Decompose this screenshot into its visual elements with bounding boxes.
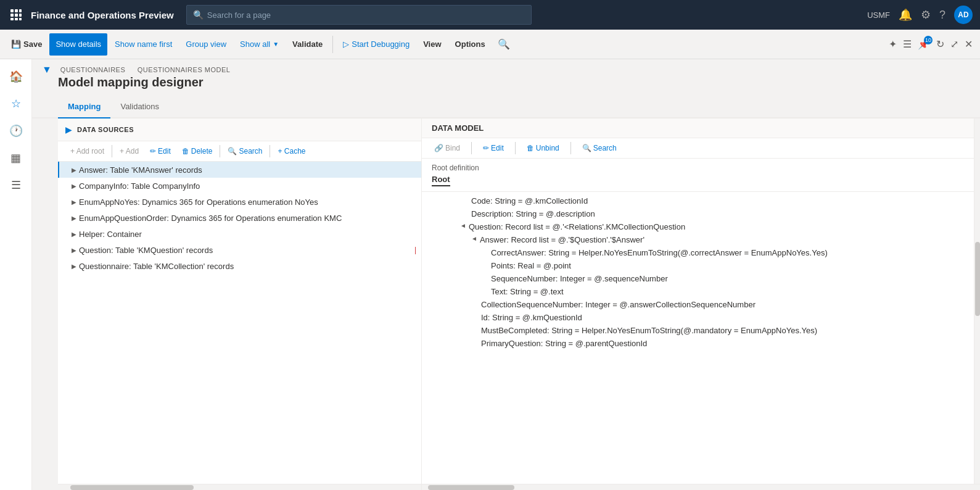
- add-root-button[interactable]: + Add root: [65, 145, 109, 157]
- search-icon: 🔍: [228, 147, 237, 156]
- data-model-toolbar: 🔗 Bind ✏ Edit 🗑 Unbind �: [422, 138, 980, 159]
- search-button[interactable]: 🔍 Search: [223, 145, 267, 157]
- grid-menu-icon[interactable]: [7, 6, 25, 23]
- sidebar-item-recent[interactable]: 🕐: [4, 118, 28, 143]
- delete-icon: 🗑: [182, 147, 189, 156]
- unbind-icon: 🗑: [527, 144, 534, 152]
- model-tree: Code: String = @.kmCollectionId Descript…: [422, 192, 980, 484]
- left-scroll-thumb[interactable]: [70, 485, 194, 490]
- model-item-text: Text: String = @.text: [422, 285, 980, 298]
- settings-icon[interactable]: ⚙: [921, 8, 931, 22]
- data-model-header: DATA MODEL: [422, 118, 980, 138]
- tree-toggle-companyinfo[interactable]: ▶: [69, 181, 79, 191]
- data-sources-pane: ▶ DATA SOURCES + Add root + Add ✏ Edit: [58, 118, 422, 490]
- show-name-first-button[interactable]: Show name first: [109, 33, 178, 56]
- expand-icon[interactable]: ⤢: [948, 36, 961, 52]
- tree-toggle-enumappnoyes[interactable]: ▶: [69, 197, 79, 207]
- model-item-answer[interactable]: ◄ Answer: Record list = @.'$Question'.'$…: [422, 233, 980, 246]
- top-navigation: Finance and Operations Preview 🔍 USMF 🔔 …: [0, 0, 980, 30]
- sidebar-item-modules[interactable]: ☰: [4, 173, 28, 197]
- search-bar[interactable]: 🔍: [186, 5, 532, 25]
- link-icon: 🔗: [434, 144, 443, 152]
- close-icon[interactable]: ✕: [962, 36, 975, 52]
- group-view-button[interactable]: Group view: [179, 33, 233, 56]
- tree-toggle-questionnaire[interactable]: ▶: [69, 261, 79, 271]
- tab-mapping[interactable]: Mapping: [58, 97, 110, 118]
- search-icon: 🔍: [582, 144, 591, 152]
- help-icon[interactable]: ?: [939, 9, 945, 22]
- notification-icon[interactable]: 🔔: [899, 8, 912, 22]
- toolbar-separator-1: [332, 36, 333, 53]
- delete-button[interactable]: 🗑 Delete: [177, 145, 218, 157]
- save-icon: 💾: [11, 39, 21, 49]
- svg-rect-4: [15, 14, 18, 17]
- top-nav-right: USMF 🔔 ⚙ ? AD: [532, 6, 973, 24]
- avatar[interactable]: AD: [954, 6, 973, 24]
- edit-icon: ✏: [483, 144, 489, 152]
- model-search-button[interactable]: 🔍 Search: [577, 142, 622, 154]
- save-button[interactable]: 💾 Save: [5, 33, 48, 56]
- tree-item-helper[interactable]: ▶ Helper: Container: [58, 226, 421, 242]
- svg-rect-1: [15, 9, 18, 12]
- model-item-correct-answer: CorrectAnswer: String = Helper.NoYesEnum…: [422, 246, 980, 259]
- tree-item-answer[interactable]: ▶ Answer: Table 'KMAnswer' records: [58, 162, 421, 178]
- data-sources-header: ▶ DATA SOURCES: [58, 118, 421, 141]
- answer-expand-icon[interactable]: ◄: [471, 235, 477, 242]
- refresh-icon[interactable]: ↻: [934, 36, 947, 52]
- right-v-scroll-thumb[interactable]: [975, 242, 980, 316]
- app-title: Finance and Operations Preview: [31, 10, 174, 20]
- edit-button[interactable]: ✏ Edit: [145, 145, 176, 157]
- tree-toggle-answer[interactable]: ▶: [69, 165, 79, 175]
- options-button[interactable]: Options: [449, 33, 492, 56]
- model-item-sequence-number: SequenceNumber: Integer = @.sequenceNumb…: [422, 272, 980, 285]
- model-item-collection-seq: CollectionSequenceNumber: Integer = @.an…: [422, 298, 980, 311]
- root-label: Root: [432, 175, 450, 186]
- right-sep-2: [515, 142, 516, 154]
- question-expand-icon[interactable]: ◄: [460, 222, 466, 229]
- sidebar-toggle-icon[interactable]: ☰: [900, 36, 914, 52]
- tree-item-questionnaire[interactable]: ▶ Questionnaire: Table 'KMCollection' re…: [58, 258, 421, 274]
- unbind-button[interactable]: 🗑 Unbind: [522, 142, 564, 154]
- sidebar-item-favorites[interactable]: ☆: [4, 91, 28, 116]
- svg-rect-5: [19, 14, 22, 17]
- search-icon: 🔍: [193, 10, 204, 20]
- model-edit-button[interactable]: ✏ Edit: [478, 142, 509, 154]
- svg-rect-7: [15, 18, 18, 20]
- notifications-badge-icon[interactable]: 📌 10: [915, 36, 933, 52]
- tree-toggle-enumappquestionorder[interactable]: ▶: [69, 213, 79, 223]
- data-sources-toolbar: + Add root + Add ✏ Edit 🗑 Delete: [58, 141, 421, 162]
- show-details-button[interactable]: Show details: [49, 33, 107, 56]
- split-pane: ▶ DATA SOURCES + Add root + Add ✏ Edit: [58, 118, 980, 490]
- sidebar-item-home[interactable]: 🏠: [4, 64, 28, 89]
- right-scroll-thumb[interactable]: [428, 485, 514, 490]
- tree-item-companyinfo[interactable]: ▶ CompanyInfo: Table CompanyInfo: [58, 178, 421, 194]
- left-sidebar: 🏠 ☆ 🕐 ▦ ☰: [0, 59, 32, 490]
- tree-item-question[interactable]: ▶ Question: Table 'KMQuestion' records |: [58, 242, 421, 258]
- model-item-id: Id: String = @.kmQuestionId: [422, 311, 980, 324]
- edit-icon: ✏: [150, 147, 156, 156]
- tree-toggle-question[interactable]: ▶: [69, 245, 79, 255]
- tree-item-enumappquestionorder[interactable]: ▶ EnumAppQuestionOrder: Dynamics 365 for…: [58, 210, 421, 226]
- tree-item-enumappnoyes[interactable]: ▶ EnumAppNoYes: Dynamics 365 for Operati…: [58, 194, 421, 210]
- model-item-question[interactable]: ◄ Question: Record list = @.'<Relations'…: [422, 220, 980, 233]
- left-pane-scrollbar-h[interactable]: [58, 484, 421, 490]
- sidebar-item-workspaces[interactable]: ▦: [4, 146, 28, 170]
- filter-icon[interactable]: ▼: [42, 64, 52, 75]
- add-button[interactable]: + Add: [115, 145, 144, 157]
- view-button[interactable]: View: [417, 33, 447, 56]
- tree-toggle-helper[interactable]: ▶: [69, 229, 79, 239]
- validate-button[interactable]: Validate: [286, 33, 329, 56]
- right-pane-scrollbar-v[interactable]: [974, 118, 980, 484]
- show-all-button[interactable]: Show all ▼: [234, 33, 285, 56]
- toolbar-search-icon[interactable]: 🔍: [493, 36, 515, 52]
- pin-icon[interactable]: ✦: [886, 36, 899, 52]
- bind-button[interactable]: 🔗 Bind: [429, 142, 465, 154]
- cache-button[interactable]: + Cache: [273, 145, 310, 157]
- breadcrumb: QUESTIONNAIRES QUESTIONNAIRES MODEL: [58, 66, 233, 73]
- tab-validations[interactable]: Validations: [110, 97, 169, 118]
- right-pane-scrollbar-h[interactable]: [422, 484, 980, 490]
- start-debugging-button[interactable]: ▷ Start Debugging: [337, 33, 416, 56]
- search-input[interactable]: [207, 10, 525, 20]
- svg-rect-0: [10, 9, 14, 12]
- pane-toggle-icon[interactable]: ▶: [65, 125, 72, 135]
